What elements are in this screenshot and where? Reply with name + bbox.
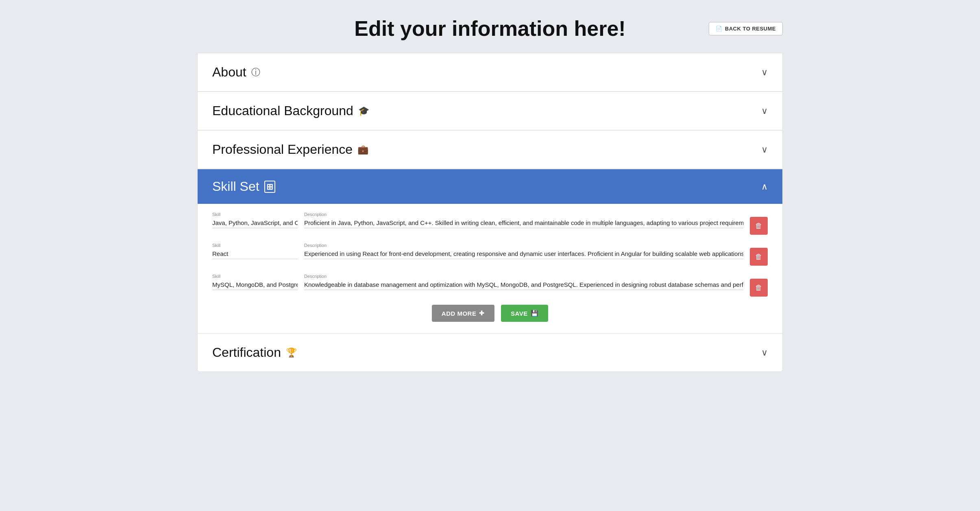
certification-chevron: ∨ bbox=[761, 347, 768, 358]
add-more-button[interactable]: ADD MORE ✚ bbox=[432, 305, 494, 322]
back-to-resume-button[interactable]: 📄 BACK TO RESUME bbox=[709, 22, 783, 35]
skillset-chevron: ∧ bbox=[761, 181, 768, 192]
add-more-label: ADD MORE bbox=[442, 310, 477, 317]
skill-row: Skill Description 🗑 bbox=[212, 212, 768, 235]
delete-skill-button-2[interactable]: 🗑 bbox=[750, 248, 768, 266]
plus-icon: ✚ bbox=[479, 310, 485, 317]
document-icon: 📄 bbox=[716, 26, 723, 32]
desc-input-2[interactable] bbox=[304, 249, 743, 259]
certification-title: Certification 🏆 bbox=[212, 345, 297, 360]
about-title: About ⓘ bbox=[212, 65, 260, 80]
page-title: Edit your information here! bbox=[197, 16, 783, 41]
desc-field-group-1: Description bbox=[304, 212, 743, 228]
skill-input-1[interactable] bbox=[212, 218, 298, 228]
skill-row: Skill Description 🗑 bbox=[212, 274, 768, 297]
save-button[interactable]: SAVE 💾 bbox=[501, 305, 548, 322]
skill-input-3[interactable] bbox=[212, 280, 298, 290]
about-chevron: ∨ bbox=[761, 67, 768, 78]
skillset-label: Skill Set bbox=[212, 179, 259, 194]
skill-label-1: Skill bbox=[212, 212, 298, 217]
educational-background-label: Educational Background bbox=[212, 103, 353, 118]
skillset-section: Skill Set ⊞ ∧ Skill Description 🗑 bbox=[197, 169, 783, 334]
professional-experience-label: Professional Experience bbox=[212, 142, 353, 157]
desc-field-group-2: Description bbox=[304, 243, 743, 259]
desc-input-1[interactable] bbox=[304, 218, 743, 228]
skill-label-3: Skill bbox=[212, 274, 298, 279]
skill-label-2: Skill bbox=[212, 243, 298, 248]
professional-experience-header[interactable]: Professional Experience 💼 ∨ bbox=[198, 131, 782, 169]
educational-background-header[interactable]: Educational Background 🎓 ∨ bbox=[198, 92, 782, 130]
desc-label-1: Description bbox=[304, 212, 743, 217]
professional-experience-chevron: ∨ bbox=[761, 144, 768, 155]
graduation-icon: 🎓 bbox=[358, 106, 369, 116]
certification-section: Certification 🏆 ∨ bbox=[197, 334, 783, 372]
professional-experience-title: Professional Experience 💼 bbox=[212, 142, 368, 157]
page-header: Edit your information here! 📄 BACK TO RE… bbox=[197, 16, 783, 41]
skill-row: Skill Description 🗑 bbox=[212, 243, 768, 266]
save-icon: 💾 bbox=[531, 310, 539, 317]
certification-header[interactable]: Certification 🏆 ∨ bbox=[198, 334, 782, 371]
skillset-title: Skill Set ⊞ bbox=[212, 179, 275, 194]
educational-background-section: Educational Background 🎓 ∨ bbox=[197, 92, 783, 131]
educational-background-title: Educational Background 🎓 bbox=[212, 103, 369, 118]
educational-background-chevron: ∨ bbox=[761, 106, 768, 116]
briefcase-icon: 💼 bbox=[357, 144, 368, 155]
certification-label: Certification bbox=[212, 345, 281, 360]
save-label: SAVE bbox=[511, 310, 528, 317]
professional-experience-section: Professional Experience 💼 ∨ bbox=[197, 131, 783, 169]
skill-field-group-1: Skill bbox=[212, 212, 298, 228]
add-icon: ⊞ bbox=[264, 181, 275, 193]
about-label: About bbox=[212, 65, 246, 80]
skill-field-group-3: Skill bbox=[212, 274, 298, 290]
certification-icon: 🏆 bbox=[286, 347, 297, 358]
desc-label-3: Description bbox=[304, 274, 743, 279]
delete-skill-button-1[interactable]: 🗑 bbox=[750, 217, 768, 235]
skill-input-2[interactable] bbox=[212, 249, 298, 259]
skillset-header[interactable]: Skill Set ⊞ ∧ bbox=[198, 169, 782, 204]
back-to-resume-label: BACK TO RESUME bbox=[725, 26, 776, 32]
about-section: About ⓘ ∨ bbox=[197, 53, 783, 92]
delete-skill-button-3[interactable]: 🗑 bbox=[750, 279, 768, 297]
skill-field-group-2: Skill bbox=[212, 243, 298, 259]
skillset-body: Skill Description 🗑 Skill Description bbox=[198, 204, 782, 333]
desc-label-2: Description bbox=[304, 243, 743, 248]
skillset-actions: ADD MORE ✚ SAVE 💾 bbox=[212, 305, 768, 322]
info-icon: ⓘ bbox=[251, 66, 260, 79]
desc-input-3[interactable] bbox=[304, 280, 743, 290]
desc-field-group-3: Description bbox=[304, 274, 743, 290]
about-header[interactable]: About ⓘ ∨ bbox=[198, 53, 782, 92]
